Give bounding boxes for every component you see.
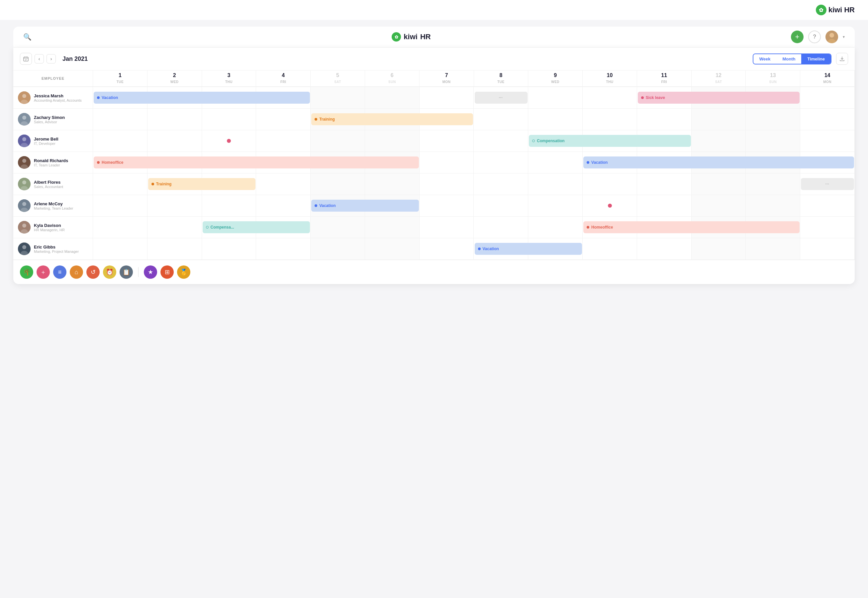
employee-name: Eric Gibbs — [34, 245, 79, 250]
week-view-button[interactable]: Week — [753, 54, 777, 64]
event-red_dot2[interactable] — [583, 200, 636, 212]
day-cell-4-10 — [637, 173, 692, 195]
day-cell-5-10 — [637, 195, 692, 216]
row-days-4: Training⋯ — [93, 173, 855, 195]
main-wrapper: 🔍 ✿ kiwiHR + ? ▾ — [0, 20, 868, 598]
vacation-legend[interactable]: 🌴 — [20, 265, 33, 279]
event-compensation[interactable]: Compensation — [529, 135, 690, 147]
employee-cell-4: Albert FloresSales, Accountant — [13, 173, 93, 195]
add-button[interactable]: + — [791, 31, 804, 43]
employee-cell-7: Eric GibbsMarketing, Project Manager — [13, 238, 93, 259]
layers-legend[interactable]: ≡ — [53, 265, 66, 279]
day-cell-6-13 — [800, 217, 855, 238]
event-vacation[interactable]: Vacation — [94, 92, 310, 104]
day-cell-4-5 — [365, 173, 420, 195]
medal-legend[interactable]: 🥇 — [177, 265, 190, 279]
table-row: Eric GibbsMarketing, Project ManagerVaca… — [13, 238, 855, 260]
top-kiwi-icon: ✿ — [816, 4, 826, 15]
employee-cell-6: Kyla DavisonHR Managerin, HR — [13, 217, 93, 238]
calendar-toolbar: 17 ‹ › Jan 2021 Week Month Timeline — [13, 48, 855, 70]
day-cell-6-6 — [420, 217, 474, 238]
next-button[interactable]: › — [46, 54, 56, 63]
event-training[interactable]: Training — [148, 178, 256, 190]
row-days-6: Compensa...Homeoffice — [93, 217, 855, 238]
day-cell-7-6 — [420, 238, 474, 259]
legend-separator — [138, 267, 139, 277]
special-legend[interactable]: 📋 — [120, 265, 133, 279]
event-red_dot[interactable] — [203, 135, 256, 147]
svg-point-1 — [829, 33, 834, 37]
day-cell-4-4 — [311, 173, 365, 195]
day-cell-5-11 — [692, 195, 746, 216]
legend-bar: 🌴＋≡⌂↺⏰📋★⊞🥇 — [13, 260, 855, 284]
day-cell-7-1 — [148, 238, 202, 259]
day-cell-1-13 — [800, 109, 855, 130]
day-cell-2-1 — [148, 130, 202, 151]
training-legend[interactable]: ⏰ — [103, 265, 116, 279]
day-cell-5-8 — [528, 195, 583, 216]
timeline-view-button[interactable]: Timeline — [801, 54, 831, 64]
day-cell-4-0 — [93, 173, 148, 195]
employee-role: Marketing, Project Manager — [34, 250, 79, 254]
compensation-legend[interactable]: ↺ — [87, 265, 100, 279]
today-button[interactable]: 17 — [20, 53, 32, 65]
event-grey[interactable]: ⋯ — [475, 92, 528, 104]
event-vacation[interactable]: Vacation — [475, 243, 582, 255]
event-vacation[interactable]: Vacation — [583, 157, 854, 169]
employee-cell-0: Jessica MarshAccounting Analyst, Account… — [13, 87, 93, 108]
day-header-12: 12SAT — [692, 70, 746, 87]
prev-button[interactable]: ‹ — [34, 54, 44, 63]
search-icon[interactable]: 🔍 — [23, 33, 31, 41]
day-header-3: 3THU — [202, 70, 257, 87]
day-cell-1-12 — [746, 109, 800, 130]
day-cell-2-11 — [692, 130, 746, 151]
employee-role: Sales, Accountant — [34, 185, 63, 189]
employee-cell-2: Jerome BellIT, Developer — [13, 130, 93, 151]
event-vacation[interactable]: Vacation — [311, 200, 419, 212]
app-logo-icon: ✿ — [391, 32, 401, 42]
user-chevron-icon[interactable]: ▾ — [843, 34, 845, 39]
event-homeoffice[interactable]: Homeoffice — [583, 221, 799, 233]
table-row: Zachary SimonSales, AdvisorTraining — [13, 109, 855, 130]
help-button[interactable]: ? — [808, 31, 821, 43]
day-header-10: 10THU — [583, 70, 637, 87]
day-cell-2-7 — [474, 130, 528, 151]
home-legend[interactable]: ⌂ — [70, 265, 83, 279]
day-cell-6-1 — [148, 217, 202, 238]
day-cell-5-0 — [93, 195, 148, 216]
day-header-5: 5SAT — [311, 70, 365, 87]
employee-role: Marketing, Team Leader — [34, 206, 73, 210]
day-cell-2-3 — [256, 130, 311, 151]
svg-text:17: 17 — [25, 59, 27, 61]
svg-point-18 — [22, 159, 26, 163]
day-header-1: 1TUE — [93, 70, 148, 87]
event-sick[interactable]: Sick leave — [638, 92, 799, 104]
event-grey[interactable]: ⋯ — [801, 178, 854, 190]
day-cell-0-8 — [528, 87, 583, 108]
day-header-11: 11FRI — [637, 70, 692, 87]
calendar-nav: 17 ‹ › Jan 2021 — [20, 53, 88, 65]
day-cell-2-5 — [365, 130, 420, 151]
event-training[interactable]: Training — [311, 113, 473, 125]
export-button[interactable] — [836, 53, 848, 65]
row-days-2: Compensation — [93, 130, 855, 151]
trophy-legend[interactable]: ⊞ — [160, 265, 174, 279]
user-avatar[interactable] — [825, 31, 838, 43]
table-row: Ronald RichardsIT, Team LeaderHomeoffice… — [13, 152, 855, 173]
day-cell-6-8 — [528, 217, 583, 238]
event-compensation[interactable]: Compensa... — [203, 221, 310, 233]
day-cell-2-6 — [420, 130, 474, 151]
row-days-1: Training — [93, 109, 855, 130]
row-days-5: Vacation — [93, 195, 855, 216]
day-header-6: 6SUN — [365, 70, 420, 87]
star-legend[interactable]: ★ — [144, 265, 157, 279]
sick-legend[interactable]: ＋ — [37, 265, 50, 279]
month-view-button[interactable]: Month — [777, 54, 802, 64]
day-cell-7-4 — [311, 238, 365, 259]
day-cell-4-9 — [583, 173, 637, 195]
day-cell-4-3 — [256, 173, 311, 195]
event-homeoffice[interactable]: Homeoffice — [94, 157, 419, 169]
day-cell-5-2 — [202, 195, 257, 216]
day-header-9: 9WED — [528, 70, 583, 87]
day-cell-7-12 — [746, 238, 800, 259]
